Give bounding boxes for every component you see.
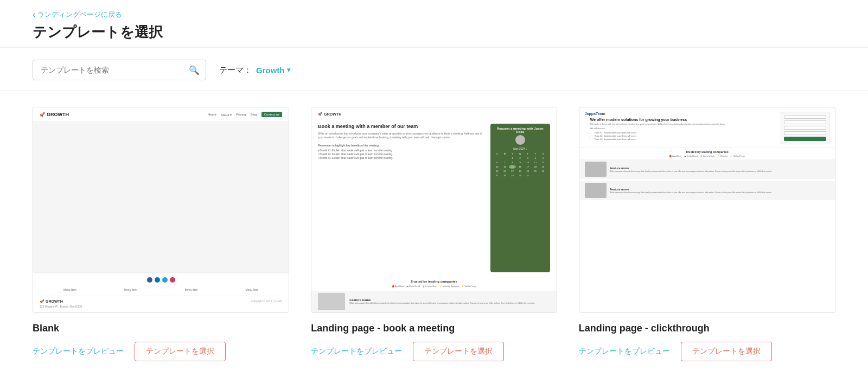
template-card-blank: GROWTH Home About ▾ Pricing Blog Contact… xyxy=(33,107,300,378)
template-actions-click: テンプレートをプレビュー テンプレートを選択 xyxy=(579,342,835,361)
click-feature-img-2 xyxy=(585,183,607,198)
click-feature-text-2: Feature name Write persuasive benefit-dr… xyxy=(610,188,772,194)
click-feature-name-1: Feature name xyxy=(610,167,772,170)
cal-month: May 2024 › xyxy=(494,147,547,150)
click-feature-img-1 xyxy=(585,162,607,177)
cal-header: Request a meeting with Jason Rosa xyxy=(494,127,547,133)
meeting-benefits-title: Remember to highlight key benefits of th… xyxy=(318,144,484,147)
template-actions-blank: テンプレートをプレビュー テンプレートを選択 xyxy=(33,342,289,361)
form-lastname xyxy=(784,120,826,124)
click-header: JappaTeam We offer modern solutions for … xyxy=(579,107,835,148)
toolbar: 🔍 テーマ： Growth xyxy=(0,48,868,91)
form-submit xyxy=(784,137,826,141)
li-icon xyxy=(155,277,160,283)
trusted-logos: 🍎 AppWave ☁ CodeCloud 💡 LuminaTech ⚡ Vel… xyxy=(318,285,550,287)
click-feature-desc-2: Write persuasive benefit-driven copy tha… xyxy=(610,191,772,194)
benefit-2: • Benefit #2: Explain what readers will … xyxy=(318,153,484,156)
click-trusted: Trusted by leading companies 🍎 AppWave ☁… xyxy=(579,148,835,159)
meeting-title: Book a meeting with a member of our team xyxy=(318,124,484,129)
ig-icon xyxy=(170,277,175,283)
select-btn-meeting[interactable]: テンプレートを選択 xyxy=(413,342,504,361)
templates-grid: GROWTH Home About ▾ Pricing Blog Contact… xyxy=(0,91,868,390)
fb-icon xyxy=(147,277,152,283)
preview-link-click[interactable]: テンプレートをプレビュー xyxy=(579,347,670,356)
meeting-desc: Write an introduction that introduces yo… xyxy=(318,132,484,139)
footer-menu: Menu Item Menu Item Menu Item Menu Item xyxy=(40,288,282,291)
template-card-meeting: GROWTH Book a meeting with a member of o… xyxy=(300,107,567,378)
page-title: テンプレートを選択 xyxy=(33,23,835,42)
theme-label: テーマ： xyxy=(219,65,252,75)
click-h1: We offer modern solutions for growing yo… xyxy=(590,118,725,122)
back-link[interactable]: ランディングページに戻る xyxy=(33,10,835,20)
select-btn-blank[interactable]: テンプレートを選択 xyxy=(135,342,226,361)
click-will-discuss: We will discuss xyxy=(590,127,725,130)
cal-avatar xyxy=(515,135,525,145)
form-company xyxy=(784,126,826,130)
template-name-blank: Blank xyxy=(33,323,289,334)
preview-logo: GROWTH xyxy=(40,112,69,117)
template-name-click: Landing page - clickthrough xyxy=(579,323,835,334)
feature-desc: Write persuasive benefit-driven copy tha… xyxy=(349,302,535,304)
meeting-logo: GROWTH xyxy=(318,112,341,116)
preview-nav-links: Home About ▾ Pricing Blog Contact us xyxy=(208,112,282,117)
select-btn-click[interactable]: テンプレートを選択 xyxy=(681,342,772,361)
click-feature-text-1: Feature name Write persuasive benefit-dr… xyxy=(610,167,772,173)
search-icon: 🔍 xyxy=(189,65,200,75)
template-preview-meeting: GROWTH Book a meeting with a member of o… xyxy=(311,107,557,313)
click-feature-1: Feature name Write persuasive benefit-dr… xyxy=(579,159,835,179)
click-sub: Schedule a demo with one of our team mem… xyxy=(590,123,725,125)
footer-address: 123 Waverly Pl., Boston, MA 02135 xyxy=(40,305,82,308)
trusted-title: Trusted by leading companies xyxy=(318,280,550,283)
click-headline: We offer modern solutions for growing yo… xyxy=(585,116,731,144)
footer-logo: 🚀 GROWTH xyxy=(40,299,82,304)
preview-link-blank[interactable]: テンプレートをプレビュー xyxy=(33,347,124,356)
cal-grid: S M T W T F S 1 2 3 4 5 6 xyxy=(494,152,547,177)
benefit-3: • Benefit #3: Explain what readers will … xyxy=(318,157,484,159)
preview-footer: Menu Item Menu Item Menu Item Menu Item … xyxy=(33,272,289,312)
meeting-calendar: Request a meeting with Jason Rosa May 20… xyxy=(490,124,550,272)
click-list: Topic #1: Explain what your demo will co… xyxy=(590,131,725,140)
tw-icon xyxy=(162,277,168,283)
click-feature-name-2: Feature name xyxy=(610,188,772,191)
search-input[interactable] xyxy=(33,60,206,80)
search-wrap: 🔍 xyxy=(33,60,206,80)
preview-meeting-top: GROWTH xyxy=(311,107,556,119)
template-name-meeting: Landing page - book a meeting xyxy=(311,323,557,334)
feature-image xyxy=(318,293,345,310)
preview-nav: GROWTH Home About ▾ Pricing Blog Contact… xyxy=(33,107,289,122)
click-feature-desc-1: Write persuasive benefit-driven copy tha… xyxy=(610,170,772,173)
preview-link-meeting[interactable]: テンプレートをプレビュー xyxy=(311,347,402,356)
meeting-feature: Feature name Write persuasive benefit-dr… xyxy=(311,291,556,312)
preview-meeting-body: Book a meeting with a member of our team… xyxy=(311,119,556,277)
template-actions-meeting: テンプレートをプレビュー テンプレートを選択 xyxy=(311,342,557,361)
click-form xyxy=(781,112,829,144)
preview-main xyxy=(33,122,289,272)
theme-dropdown[interactable]: Growth xyxy=(256,66,290,75)
meeting-text: Book a meeting with a member of our team… xyxy=(318,124,484,272)
click-trusted-logos: 🍎 AppWave ☁ CodeCloud 💡 LuminaTech ⚡ Vel… xyxy=(585,155,829,157)
template-card-clickthrough: JappaTeam We offer modern solutions for … xyxy=(568,107,835,378)
benefit-1: • Benefit #1: Explain what readers will … xyxy=(318,149,484,152)
click-feature-2: Feature name Write persuasive benefit-dr… xyxy=(579,181,835,200)
form-email xyxy=(784,131,826,135)
footer-copyright: Copyright © 2021, Growth xyxy=(251,299,282,303)
template-preview-blank: GROWTH Home About ▾ Pricing Blog Contact… xyxy=(33,107,289,313)
footer-bottom: 🚀 GROWTH 123 Waverly Pl., Boston, MA 021… xyxy=(40,296,282,308)
form-firstname xyxy=(784,115,826,119)
page-header: ランディングページに戻る テンプレートを選択 xyxy=(0,0,868,48)
template-preview-click: JappaTeam We offer modern solutions for … xyxy=(579,107,835,313)
click-trusted-title: Trusted by leading companies xyxy=(585,150,829,154)
social-icons xyxy=(40,277,282,283)
meeting-trusted: Trusted by leading companies 🍎 AppWave ☁… xyxy=(311,277,556,291)
click-logo: JappaTeam xyxy=(585,112,731,116)
theme-selector: テーマ： Growth xyxy=(219,65,290,75)
